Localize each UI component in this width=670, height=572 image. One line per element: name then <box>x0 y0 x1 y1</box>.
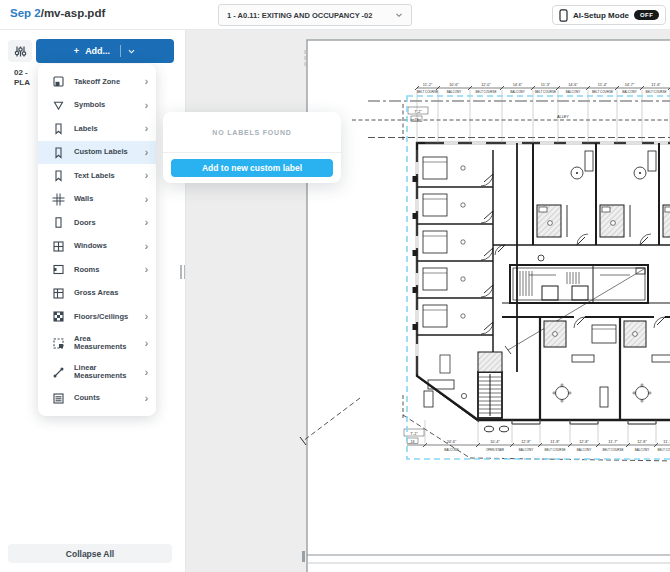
add-button-divider <box>120 45 121 57</box>
svg-text:14'-6": 14'-6" <box>513 83 523 87</box>
svg-text:BELT COURSE: BELT COURSE <box>535 90 556 94</box>
svg-text:11'-8": 11'-8" <box>550 440 560 444</box>
menu-item-label: Custom Labels <box>65 148 140 157</box>
menu-item-labels[interactable]: Labels› <box>38 117 156 141</box>
symbols-icon <box>51 98 65 112</box>
svg-text:BALCONY: BALCONY <box>622 90 636 94</box>
chevron-right-icon: › <box>140 194 148 205</box>
menu-item-walls[interactable]: Walls› <box>38 188 156 212</box>
svg-text:12'-8": 12'-8" <box>521 440 531 444</box>
counts-icon <box>51 391 65 405</box>
svg-text:18: 18 <box>415 118 419 122</box>
chevron-down-icon[interactable] <box>127 47 136 56</box>
gross-areas-icon <box>51 286 65 300</box>
chevron-right-icon: › <box>140 241 148 252</box>
rooms-icon <box>51 263 65 277</box>
menu-item-area-measurements[interactable]: Area Measurements› <box>38 329 156 358</box>
svg-text:12'-8": 12'-8" <box>637 440 647 444</box>
svg-text:BELT COURSE: BELT COURSE <box>545 448 566 452</box>
svg-text:11'-2": 11'-2" <box>423 83 433 87</box>
breadcrumb-project[interactable]: Sep 2 <box>10 7 41 19</box>
sheet-selector-dropdown[interactable]: 1 - A0.11: EXITING AND OCCUPANCY -02 <box>218 4 412 26</box>
svg-text:7'-2": 7'-2" <box>410 432 418 436</box>
chevron-right-icon: › <box>140 367 148 378</box>
doors-icon <box>51 216 65 230</box>
svg-text:BALCONY: BALCONY <box>519 448 533 452</box>
menu-item-label: Walls <box>65 195 140 204</box>
popover-divider <box>163 152 341 153</box>
svg-text:BELT COURSE: BELT COURSE <box>658 448 670 452</box>
filter-button[interactable] <box>8 40 32 62</box>
svg-text:BELT COURSE: BELT COURSE <box>417 90 438 94</box>
add-to-new-custom-label-button[interactable]: Add to new custom label <box>171 159 333 177</box>
menu-item-label: Gross Areas <box>65 289 140 298</box>
menu-item-counts[interactable]: Counts› <box>38 387 156 411</box>
svg-text:24'-6": 24'-6" <box>447 440 457 444</box>
custom-labels-popover: NO LABELS FOUND Add to new custom label <box>163 112 341 183</box>
menu-item-label: Floors/Ceilings <box>65 313 140 322</box>
menu-item-floors-ceilings[interactable]: Floors/Ceilings› <box>38 305 156 329</box>
no-labels-text: NO LABELS FOUND <box>163 129 341 136</box>
filter-sliders-icon <box>14 45 27 58</box>
svg-text:BALCONY: BALCONY <box>566 90 580 94</box>
plus-icon: + <box>74 46 79 56</box>
menu-item-text-labels[interactable]: Text Labels› <box>38 164 156 188</box>
takeoff-sidebar: + Add... 02 - PLA Takeoff Zone›Symbols›L… <box>0 30 186 572</box>
app-window: { "topbar": { "breadcrumb": { "project":… <box>0 0 670 572</box>
svg-text:11'-7": 11'-7" <box>608 440 618 444</box>
chevron-right-icon: › <box>140 264 148 275</box>
svg-text:7'-2": 7'-2" <box>414 110 422 114</box>
chevron-right-icon: › <box>140 147 148 158</box>
menu-item-label: Windows <box>65 242 140 251</box>
menu-item-linear-measurements[interactable]: Linear Measurements› <box>38 358 156 387</box>
top-bar: Sep 2/mv-asp.pdf 1 - A0.11: EXITING AND … <box>0 0 670 30</box>
linear-measurements-icon <box>51 365 65 379</box>
add-button[interactable]: + Add... <box>36 39 174 63</box>
text-labels-icon <box>51 169 65 183</box>
menu-item-label: Labels <box>65 125 140 134</box>
breadcrumb[interactable]: Sep 2/mv-asp.pdf <box>10 7 105 19</box>
labels-icon <box>51 122 65 136</box>
takeoff-list-item-clipped[interactable]: 02 - PLA <box>14 68 37 88</box>
svg-text:BALCONY: BALCONY <box>510 90 524 94</box>
walls-icon <box>51 192 65 206</box>
chevron-right-icon: › <box>140 76 148 87</box>
svg-text:BALCONY: BALCONY <box>635 448 649 452</box>
add-dropdown-menu: Takeoff Zone›Symbols›Labels›Custom Label… <box>38 64 156 416</box>
svg-text:11'-4": 11'-4" <box>598 83 608 87</box>
menu-item-label: Linear Measurements <box>65 364 140 381</box>
breadcrumb-file[interactable]: mv-asp.pdf <box>44 7 105 19</box>
custom-labels-icon <box>51 145 65 159</box>
svg-text:BALCONY: BALCONY <box>444 448 458 452</box>
svg-text:18: 18 <box>411 440 415 444</box>
svg-text:11'-6": 11'-6" <box>651 83 661 87</box>
svg-text:BELT COURSE: BELT COURSE <box>603 448 624 452</box>
svg-text:BALCONY: BALCONY <box>577 448 591 452</box>
svg-text:BELT COURSE: BELT COURSE <box>592 90 613 94</box>
svg-text:10'-4": 10'-4" <box>490 440 500 444</box>
menu-item-label: Area Measurements <box>65 335 140 352</box>
menu-item-label: Text Labels <box>65 172 140 181</box>
svg-text:14'-6": 14'-6" <box>568 83 578 87</box>
svg-text:10'-6": 10'-6" <box>449 83 459 87</box>
menu-item-gross-areas[interactable]: Gross Areas <box>38 282 156 306</box>
collapse-all-button[interactable]: Collapse All <box>8 544 172 563</box>
menu-item-custom-labels[interactable]: Custom Labels› <box>38 141 156 165</box>
windows-icon <box>51 239 65 253</box>
menu-item-label: Counts <box>65 394 140 403</box>
menu-item-label: Doors <box>65 219 140 228</box>
ai-setup-toggle[interactable]: OFF <box>634 10 659 20</box>
ai-setup-mode-control[interactable]: AI-Setup Mode OFF <box>552 5 666 25</box>
menu-item-takeoff-zone[interactable]: Takeoff Zone› <box>38 70 156 94</box>
sheet-selector-value: 1 - A0.11: EXITING AND OCCUPANCY -02 <box>227 11 395 20</box>
device-icon <box>559 9 568 22</box>
menu-item-rooms[interactable]: Rooms› <box>38 258 156 282</box>
sidebar-resize-handle[interactable] <box>180 265 186 279</box>
svg-text:14'-7": 14'-7" <box>625 83 635 87</box>
menu-item-symbols[interactable]: Symbols› <box>38 94 156 118</box>
chevron-right-icon: › <box>140 338 148 349</box>
menu-item-label: Rooms <box>65 266 140 275</box>
menu-item-windows[interactable]: Windows› <box>38 235 156 259</box>
menu-item-doors[interactable]: Doors› <box>38 211 156 235</box>
chevron-right-icon: › <box>140 170 148 181</box>
